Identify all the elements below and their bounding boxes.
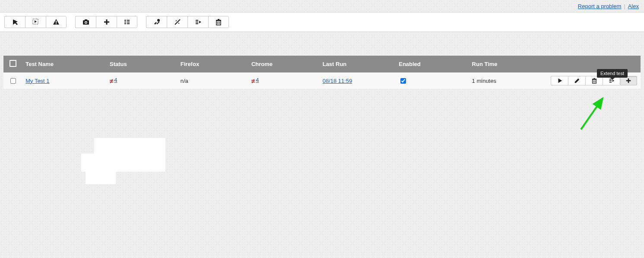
play-cursor-icon bbox=[12, 19, 19, 25]
warnings-button[interactable] bbox=[46, 16, 67, 28]
col-run-time: Run Time bbox=[469, 56, 547, 72]
annotation-arrow bbox=[577, 91, 611, 134]
play-icon bbox=[557, 78, 563, 84]
col-test-name: Test Name bbox=[22, 56, 106, 72]
screenshot-button[interactable] bbox=[75, 16, 96, 28]
select-all-checkbox[interactable] bbox=[10, 60, 16, 67]
col-status: Status bbox=[106, 56, 177, 72]
clear-cache-button[interactable] bbox=[167, 16, 187, 28]
tests-table: Test Name Status Firefox Chrome Last Run… bbox=[3, 56, 641, 89]
list-indent-icon bbox=[124, 19, 130, 25]
list-arrow-right-icon bbox=[195, 19, 202, 25]
table-header-row: Test Name Status Firefox Chrome Last Run… bbox=[3, 56, 641, 72]
report-problem-link[interactable]: Report a problem bbox=[578, 3, 621, 9]
add-button[interactable] bbox=[96, 16, 117, 28]
col-select bbox=[3, 56, 22, 72]
trash-icon bbox=[215, 19, 222, 25]
plus-icon bbox=[103, 19, 110, 25]
camera-icon bbox=[82, 19, 89, 25]
not-equal-icon: ≠ bbox=[251, 77, 255, 85]
main-toolbar bbox=[0, 12, 644, 32]
export-list-button[interactable] bbox=[187, 16, 208, 28]
extend-test-tooltip: Extend test bbox=[597, 69, 628, 78]
tests-table-wrap: Test Name Status Firefox Chrome Last Run… bbox=[3, 56, 641, 89]
userbar-separator: | bbox=[624, 3, 625, 9]
trash-icon bbox=[591, 78, 597, 84]
test-name-link[interactable]: My Test 1 bbox=[25, 78, 49, 84]
redaction-mask bbox=[86, 170, 116, 184]
col-chrome: Chrome bbox=[248, 56, 319, 72]
warning-icon bbox=[53, 19, 60, 25]
plus-icon bbox=[625, 78, 631, 84]
status-count-link[interactable]: 4 bbox=[114, 77, 117, 83]
redaction-mask bbox=[94, 138, 165, 156]
user-menu-link[interactable]: Alex bbox=[628, 3, 639, 9]
col-last-run: Last Run bbox=[319, 56, 396, 72]
tools-button[interactable] bbox=[146, 16, 167, 28]
col-enabled: Enabled bbox=[395, 56, 468, 72]
toolbar-group bbox=[4, 16, 67, 28]
firefox-cell: n/a bbox=[181, 78, 188, 84]
row-edit-button[interactable] bbox=[568, 76, 585, 85]
row-select-checkbox[interactable] bbox=[10, 78, 16, 84]
col-firefox: Firefox bbox=[177, 56, 248, 72]
play-button[interactable] bbox=[4, 16, 25, 28]
wrench-screwdriver-icon bbox=[153, 19, 160, 25]
toolbar-group bbox=[146, 16, 229, 28]
insert-step-button[interactable] bbox=[117, 16, 137, 28]
redaction-mask bbox=[81, 154, 165, 172]
last-run-link[interactable]: 08/18 11:59 bbox=[323, 78, 352, 84]
delete-button[interactable] bbox=[208, 16, 229, 28]
svg-line-27 bbox=[581, 98, 603, 129]
table-row: My Test 1≠4n/a≠408/18 11:591 minutes bbox=[3, 72, 641, 89]
user-bar: Report a problem | Alex bbox=[0, 0, 644, 12]
chrome-count-link[interactable]: 4 bbox=[256, 77, 259, 83]
run-time-cell: 1 minutes bbox=[472, 78, 496, 84]
row-play-button[interactable] bbox=[551, 76, 568, 85]
not-equal-icon: ≠ bbox=[110, 77, 113, 85]
enabled-checkbox[interactable] bbox=[400, 78, 406, 84]
play-dashed-icon bbox=[32, 19, 39, 25]
toolbar-group bbox=[75, 16, 137, 28]
pencil-icon bbox=[574, 78, 580, 84]
play-selection-button[interactable] bbox=[25, 16, 46, 28]
sparkle-slash-icon bbox=[174, 19, 181, 25]
